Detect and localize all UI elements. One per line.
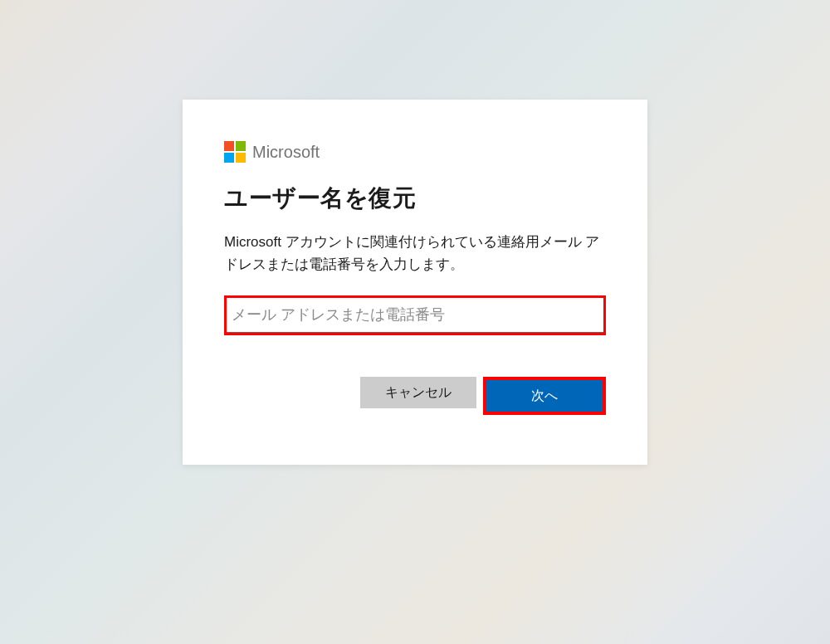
next-button-highlight-box: 次へ [483,377,606,415]
brand-row: Microsoft [224,141,606,163]
next-button[interactable]: 次へ [486,380,603,412]
brand-name: Microsoft [252,143,320,162]
input-highlight-box [224,295,606,335]
dialog-title: ユーザー名を復元 [224,183,606,214]
contact-input[interactable] [227,298,603,333]
cancel-button[interactable]: キャンセル [360,377,476,408]
microsoft-logo-icon [224,141,246,163]
button-row: キャンセル 次へ [224,377,606,415]
recover-username-dialog: Microsoft ユーザー名を復元 Microsoft アカウントに関連付けら… [183,100,647,465]
dialog-description: Microsoft アカウントに関連付けられている連絡用メール アドレスまたは電… [224,231,606,276]
